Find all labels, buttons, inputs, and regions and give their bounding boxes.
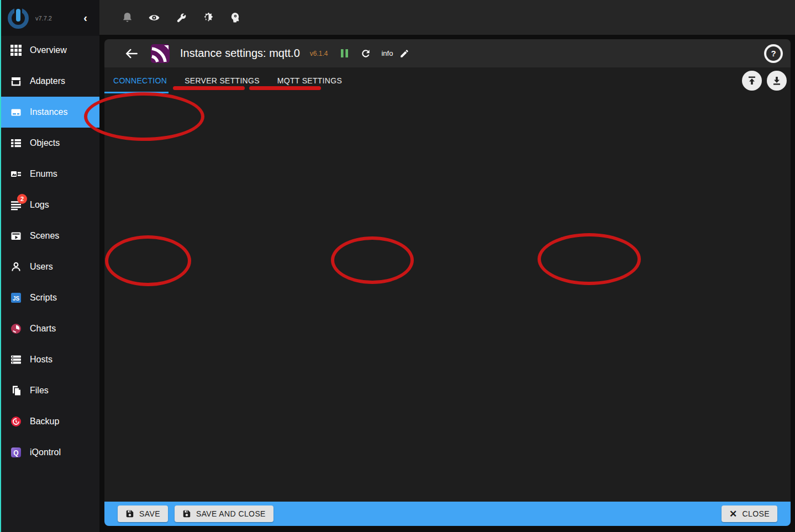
visibility-eye-icon[interactable] — [148, 12, 160, 24]
sidebar-item-instances[interactable]: Instances — [0, 97, 99, 128]
sidebar-item-label: Overview — [30, 45, 67, 55]
active-tab-indicator — [104, 92, 169, 93]
storefront-icon — [10, 75, 22, 87]
import-config-button[interactable] — [742, 71, 762, 91]
app-version: v7.7.2 — [35, 15, 52, 22]
back-arrow-icon[interactable] — [124, 46, 139, 61]
logs-lines-icon: 2 — [10, 199, 22, 211]
close-button[interactable]: ✕ CLOSE — [722, 505, 777, 522]
close-x-icon: ✕ — [729, 509, 738, 519]
top-app-bar — [99, 0, 795, 35]
dialog-title: Instance settings: mqtt.0 — [180, 47, 300, 60]
dialog-action-bar: SAVE SAVE AND CLOSE ✕ CLOSE — [104, 502, 791, 526]
backup-restore-icon — [10, 415, 22, 428]
svg-text:JS: JS — [13, 296, 20, 302]
wrench-icon[interactable] — [175, 12, 187, 24]
sidebar-header: v7.7.2 ‹ — [0, 0, 99, 36]
sidebar-item-label: Charts — [30, 324, 56, 334]
files-copy-icon — [10, 384, 22, 397]
person-icon — [10, 261, 22, 273]
pause-icon[interactable] — [340, 49, 349, 58]
save-button[interactable]: SAVE — [118, 505, 168, 522]
sidebar-item-label: Files — [30, 386, 49, 396]
info-link[interactable]: info — [381, 49, 393, 57]
sidebar-item-users[interactable]: Users — [0, 251, 99, 282]
instances-card-icon — [10, 106, 22, 118]
mqtt-adapter-icon — [151, 44, 170, 63]
help-button[interactable]: ? — [764, 44, 783, 63]
sidebar-item-charts[interactable]: Charts — [0, 313, 99, 344]
sidebar-item-label: Instances — [30, 107, 67, 117]
enums-icon — [10, 168, 22, 180]
refresh-icon[interactable] — [360, 48, 371, 59]
charts-icon — [10, 323, 22, 335]
theme-brightness-icon[interactable] — [202, 12, 214, 24]
sidebar-item-label: Adapters — [30, 76, 65, 86]
sidebar-item-overview[interactable]: Overview — [0, 35, 99, 66]
tab-mqtt-settings[interactable]: MQTT SETTINGS — [268, 67, 351, 94]
sidebar-item-label: Users — [30, 262, 53, 272]
export-config-button[interactable] — [767, 71, 787, 91]
sidebar-item-scenes[interactable]: Scenes — [0, 220, 99, 251]
expert-mode-icon[interactable] — [229, 12, 241, 24]
iqontrol-icon: Q — [10, 446, 22, 459]
window-edge-accent — [0, 0, 1, 532]
tab-bar: CONNECTION SERVER SETTINGS MQTT SETTINGS — [104, 67, 791, 94]
floppy-save-icon — [125, 509, 134, 518]
list-icon — [10, 137, 22, 149]
sidebar-item-files[interactable]: Files — [0, 375, 99, 406]
notifications-bell-icon[interactable] — [121, 12, 133, 24]
sidebar-menu: Overview Adapters — [0, 35, 99, 468]
sidebar-item-adapters[interactable]: Adapters — [0, 66, 99, 97]
sidebar-item-objects[interactable]: Objects — [0, 128, 99, 159]
edit-pencil-icon[interactable] — [399, 49, 409, 59]
svg-text:Q: Q — [13, 449, 18, 457]
sidebar-item-iqontrol[interactable]: Q iQontrol — [0, 437, 99, 468]
sidebar-item-label: Backup — [30, 417, 59, 426]
dialog-header: Instance settings: mqtt.0 v6.1.4 info ? — [104, 39, 791, 67]
adapter-version: v6.1.4 — [310, 50, 328, 57]
tab-connection[interactable]: CONNECTION — [104, 67, 176, 94]
sidebar-item-backup[interactable]: Backup — [0, 406, 99, 437]
sidebar-item-hosts[interactable]: Hosts — [0, 344, 99, 375]
sidebar-item-label: Scenes — [30, 231, 59, 241]
app-window: v7.7.2 ‹ Overview — [0, 0, 795, 532]
logs-badge: 2 — [17, 194, 27, 204]
server-stack-icon — [10, 354, 22, 366]
scenes-icon — [10, 230, 22, 242]
sidebar-item-label: Objects — [30, 138, 60, 148]
sidebar-collapse-icon[interactable]: ‹ — [83, 11, 87, 24]
sidebar-item-enums[interactable]: Enums — [0, 159, 99, 189]
sidebar-item-label: Hosts — [30, 355, 52, 365]
instance-settings-dialog: Instance settings: mqtt.0 v6.1.4 info ? … — [104, 39, 791, 526]
sidebar-item-label: Enums — [30, 169, 57, 179]
save-and-close-button[interactable]: SAVE AND CLOSE — [175, 505, 273, 522]
iobroker-logo-icon — [7, 7, 30, 30]
sidebar-item-scripts[interactable]: JS Scripts — [0, 282, 99, 313]
sidebar-item-label: Logs — [30, 200, 49, 210]
sidebar-item-label: Scripts — [30, 293, 57, 303]
floppy-save-icon — [182, 509, 191, 518]
question-mark-icon: ? — [766, 46, 781, 61]
grid-icon — [10, 44, 22, 56]
sidebar: v7.7.2 ‹ Overview — [0, 0, 99, 532]
sidebar-item-label: iQontrol — [30, 447, 61, 457]
tab-server-settings[interactable]: SERVER SETTINGS — [176, 67, 268, 94]
javascript-icon: JS — [10, 292, 22, 304]
sidebar-item-logs[interactable]: 2 Logs — [0, 189, 99, 220]
